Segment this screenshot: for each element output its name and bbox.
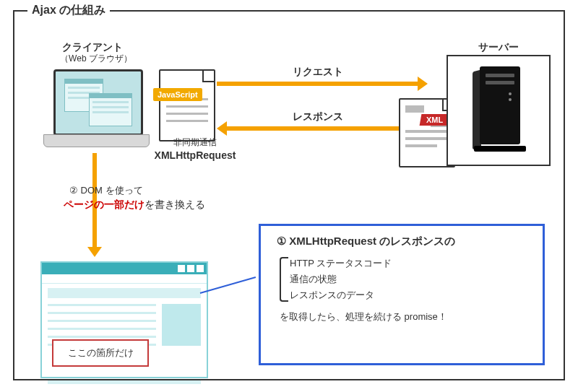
response-arrow-icon bbox=[227, 126, 410, 131]
callout-item-response: レスポンスのデータ bbox=[290, 287, 532, 303]
request-arrow-label: リクエスト bbox=[246, 65, 390, 78]
client-laptop-icon bbox=[43, 69, 148, 147]
xml-badge: XML bbox=[420, 114, 450, 126]
dom-step-line2: ページの一部だけを書き換える bbox=[64, 198, 251, 211]
ajax-diagram: Ajax の仕組み クライアント （Web ブラウザ） JavaScript 非… bbox=[0, 0, 578, 392]
server-tower-icon bbox=[473, 66, 527, 152]
xhr-callout: ① XMLHttpRequest のレスポンスの HTTP ステータスコード 通… bbox=[259, 224, 545, 365]
server-label: サーバー bbox=[462, 40, 535, 53]
client-label: クライアント bbox=[56, 40, 129, 53]
async-label: 非同期通信 bbox=[144, 137, 246, 149]
dom-step-line1: ② DOM を使って bbox=[69, 185, 228, 197]
callout-footer: を取得したら、処理を続ける promise！ bbox=[277, 310, 532, 323]
callout-title: ① XMLHttpRequest のレスポンスの bbox=[277, 235, 532, 248]
xhr-label: XMLHttpRequest bbox=[144, 149, 246, 162]
diagram-title: Ajax の仕組み bbox=[27, 3, 110, 18]
javascript-badge: JavaScript bbox=[153, 88, 202, 101]
request-arrow-icon bbox=[217, 82, 418, 86]
javascript-file-icon bbox=[159, 69, 215, 141]
here-only-box: ここの箇所だけ bbox=[52, 339, 149, 367]
dom-step-emphasis: ページの一部だけ bbox=[64, 199, 144, 210]
callout-item-state: 通信の状態 bbox=[290, 271, 532, 287]
window-min-icon bbox=[178, 265, 185, 272]
dom-step-suffix: を書き換える bbox=[144, 199, 205, 210]
window-max-icon bbox=[187, 265, 194, 272]
callout-item-status: HTTP ステータスコード bbox=[290, 256, 532, 271]
callout-list: HTTP ステータスコード 通信の状態 レスポンスのデータ bbox=[277, 256, 532, 303]
here-only-label: ここの箇所だけ bbox=[68, 347, 134, 360]
updated-region-icon bbox=[162, 304, 201, 346]
client-sublabel: （Web ブラウザ） bbox=[42, 53, 150, 65]
response-arrow-label: レスポンス bbox=[246, 110, 390, 123]
window-close-icon bbox=[197, 265, 204, 272]
